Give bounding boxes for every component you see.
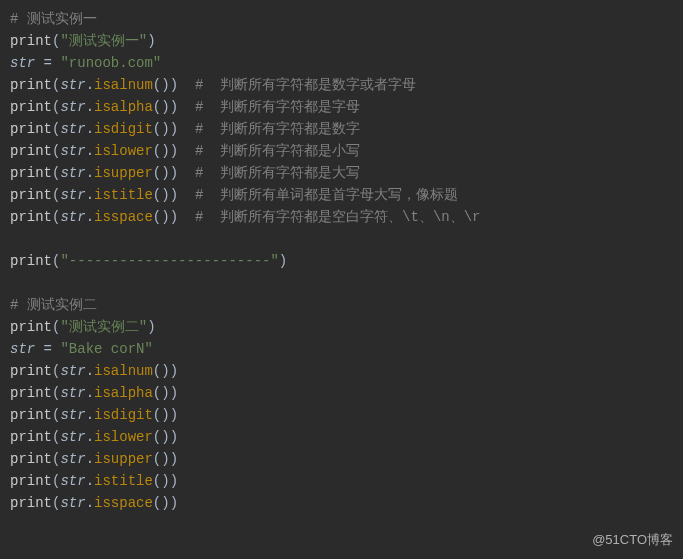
dot-op: . [86,451,94,467]
variable: str [60,165,85,181]
method-name: isspace [94,495,153,511]
fn-print: print [10,451,52,467]
variable: str [60,121,85,137]
variable: str [60,407,85,423]
inline-comment: # 判断所有字符都是字母 [195,99,360,115]
dot-op: . [86,77,94,93]
inline-comment: # 判断所有字符都是数字 [195,121,360,137]
code-line: # 测试实例二 [10,294,673,316]
call-parens: () [153,385,170,401]
code-line: print(str.istitle()) [10,470,673,492]
dot-op: . [86,363,94,379]
paren-close: ) [279,253,287,269]
string-literal: "测试实例二" [60,319,147,335]
code-line: # 测试实例一 [10,8,673,30]
code-line: print(str.isalnum()) [10,360,673,382]
method-name: islower [94,429,153,445]
call-parens: () [153,407,170,423]
paren-close: ) [170,187,178,203]
method-name: istitle [94,187,153,203]
method-name: isupper [94,165,153,181]
comment-text: # 测试实例二 [10,297,97,313]
fn-print: print [10,363,52,379]
paren-close: ) [170,363,178,379]
paren-close: ) [170,429,178,445]
call-parens: () [153,495,170,511]
call-parens: () [153,143,170,159]
comment-text: # 测试实例一 [10,11,97,27]
code-line: print(str.istitle()) # 判断所有单词都是首字母大写，像标题 [10,184,673,206]
variable: str [60,209,85,225]
code-line: print(str.isalpha()) # 判断所有字符都是字母 [10,96,673,118]
code-line: print("测试实例一") [10,30,673,52]
fn-print: print [10,121,52,137]
paren-close: ) [147,33,155,49]
variable: str [60,473,85,489]
dot-op: . [86,121,94,137]
code-line: print(str.islower()) [10,426,673,448]
method-name: isupper [94,451,153,467]
fn-print: print [10,187,52,203]
variable: str [60,429,85,445]
dot-op: . [86,99,94,115]
method-name: isdigit [94,121,153,137]
code-line: print("测试实例二") [10,316,673,338]
dot-op: . [86,385,94,401]
fn-print: print [10,473,52,489]
paren-close: ) [170,495,178,511]
fn-print: print [10,495,52,511]
method-name: isdigit [94,407,153,423]
call-parens: () [153,429,170,445]
variable: str [60,451,85,467]
code-line: str = "runoob.com" [10,52,673,74]
paren-close: ) [170,451,178,467]
call-parens: () [153,99,170,115]
paren-close: ) [170,407,178,423]
code-line: print(str.islower()) # 判断所有字符都是小写 [10,140,673,162]
inline-comment: # 判断所有字符都是空白字符、\t、\n、\r [195,209,481,225]
code-line: print(str.isdigit()) [10,404,673,426]
paren-close: ) [147,319,155,335]
method-name: istitle [94,473,153,489]
call-parens: () [153,165,170,181]
variable: str [60,77,85,93]
fn-print: print [10,319,52,335]
paren-close: ) [170,209,178,225]
variable: str [60,363,85,379]
inline-comment: # 判断所有字符都是大写 [195,165,360,181]
fn-print: print [10,209,52,225]
dot-op: . [86,473,94,489]
call-parens: () [153,209,170,225]
code-line: str = "Bake corN" [10,338,673,360]
call-parens: () [153,187,170,203]
call-parens: () [153,77,170,93]
code-line: print("------------------------") [10,250,673,272]
assign-op: = [35,341,60,357]
watermark: @51CTO博客 [592,529,673,551]
assign-op: = [35,55,60,71]
code-line: print(str.isalpha()) [10,382,673,404]
call-parens: () [153,473,170,489]
method-name: islower [94,143,153,159]
code-block: # 测试实例一print("测试实例一")str = "runoob.com"p… [0,0,683,514]
code-line [10,228,673,250]
paren-close: ) [170,473,178,489]
method-name: isalnum [94,363,153,379]
call-parens: () [153,451,170,467]
fn-print: print [10,165,52,181]
code-line: print(str.isspace()) # 判断所有字符都是空白字符、\t、\… [10,206,673,228]
fn-print: print [10,99,52,115]
code-line: print(str.isdigit()) # 判断所有字符都是数字 [10,118,673,140]
fn-print: print [10,33,52,49]
variable: str [60,99,85,115]
dot-op: . [86,407,94,423]
variable: str [60,495,85,511]
paren-close: ) [170,121,178,137]
paren-close: ) [170,143,178,159]
variable: str [60,143,85,159]
variable: str [60,385,85,401]
call-parens: () [153,363,170,379]
fn-print: print [10,143,52,159]
fn-print: print [10,385,52,401]
fn-print: print [10,407,52,423]
